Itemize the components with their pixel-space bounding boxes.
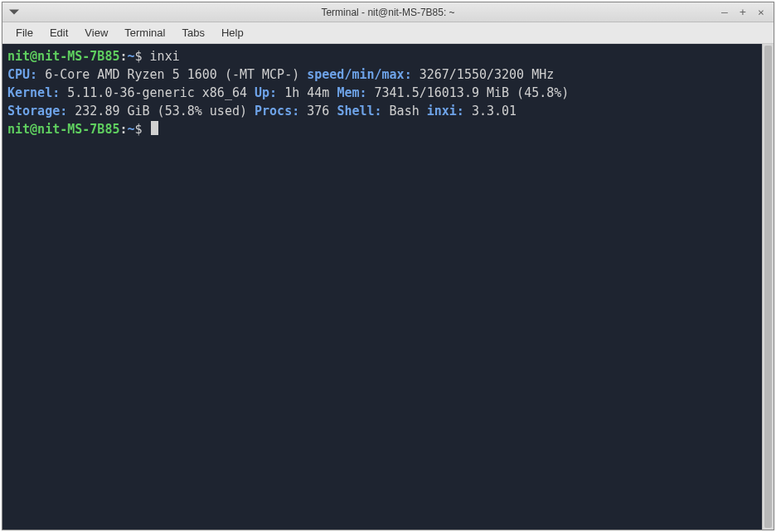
inxi-label: inxi: [427, 104, 464, 118]
speed-label: speed/min/max: [307, 67, 411, 82]
prompt-path-2: ~ [128, 122, 135, 137]
prompt-symbol: $ [135, 49, 143, 64]
close-button[interactable]: × [755, 6, 767, 18]
cursor-block [151, 121, 158, 135]
prompt-sep: : [119, 49, 127, 64]
minimize-button[interactable]: – [719, 6, 730, 18]
menu-terminal[interactable]: Terminal [116, 25, 173, 41]
up-value: 1h 44m [284, 85, 329, 100]
terminal-window: Terminal - nit@nit-MS-7B85: ~ – + × File… [2, 2, 774, 530]
inxi-value: 3.3.01 [472, 104, 517, 118]
terminal-area[interactable]: nit@nit-MS-7B85:~$ inxiCPU: 6-Core AMD R… [2, 44, 774, 530]
mem-value: 7341.5/16013.9 MiB (45.8%) [375, 85, 570, 100]
prompt-user-host: nit@nit-MS-7B85 [7, 49, 119, 64]
command-text: inxi [150, 49, 180, 64]
scrollbar[interactable] [762, 44, 774, 530]
prompt-symbol-2: $ [135, 122, 143, 137]
menu-view[interactable]: View [76, 25, 116, 41]
menubar: File Edit View Terminal Tabs Help [2, 22, 774, 44]
up-label: Up: [255, 85, 277, 100]
menu-file[interactable]: File [7, 25, 41, 41]
shell-value: Bash [390, 104, 420, 118]
prompt-sep-2: : [119, 122, 127, 137]
menu-edit[interactable]: Edit [41, 25, 76, 41]
cpu-value: 6-Core AMD Ryzen 5 1600 (-MT MCP-) [45, 67, 299, 82]
procs-value: 376 [307, 104, 329, 118]
menu-tabs[interactable]: Tabs [173, 25, 212, 41]
maximize-button[interactable]: + [737, 6, 749, 18]
titlebar[interactable]: Terminal - nit@nit-MS-7B85: ~ – + × [2, 2, 774, 22]
menu-help[interactable]: Help [213, 25, 252, 41]
speed-value: 3267/1550/3200 MHz [420, 67, 555, 82]
scrollbar-thumb[interactable] [764, 46, 772, 528]
storage-label: Storage: [7, 104, 67, 118]
prompt-user-host-2: nit@nit-MS-7B85 [7, 122, 119, 137]
app-menu-icon[interactable] [7, 6, 21, 19]
prompt-path: ~ [128, 49, 135, 64]
shell-label: Shell: [337, 104, 381, 118]
mem-label: Mem: [337, 85, 366, 100]
kernel-label: Kernel: [7, 85, 60, 100]
storage-value: 232.89 GiB (53.8% used) [75, 104, 247, 118]
procs-label: Procs: [255, 104, 299, 118]
terminal-output[interactable]: nit@nit-MS-7B85:~$ inxiCPU: 6-Core AMD R… [2, 44, 762, 530]
cpu-label: CPU: [7, 67, 37, 82]
window-controls: – + × [719, 6, 774, 18]
kernel-value: 5.11.0-36-generic x86_64 [67, 85, 247, 100]
window-title: Terminal - nit@nit-MS-7B85: ~ [321, 7, 454, 18]
